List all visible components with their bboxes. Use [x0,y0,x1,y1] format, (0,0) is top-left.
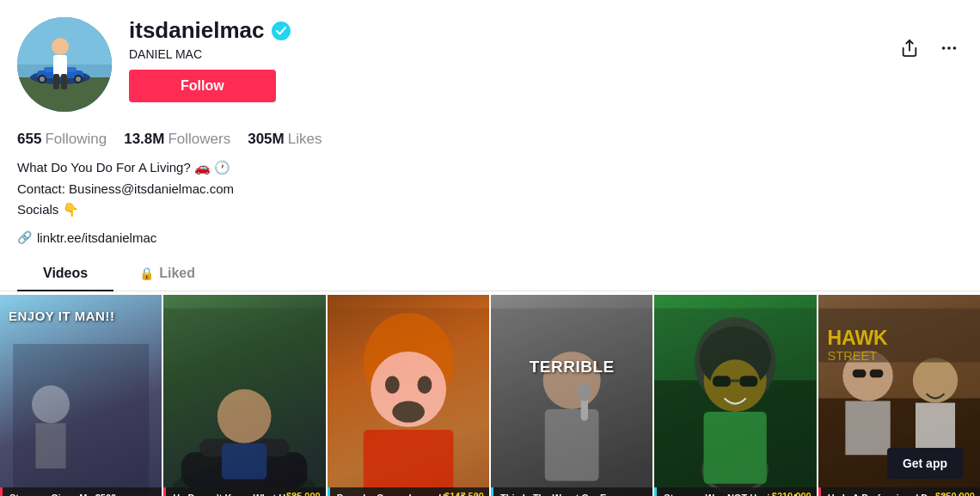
svg-rect-11 [53,55,67,77]
profile-link[interactable]: linktr.ee/itsdanielmac [37,230,156,245]
tabs-row: Videos 🔒 Liked [0,257,980,291]
bio-line-3: Socials 👇 [17,200,963,220]
svg-rect-53 [845,401,890,455]
likes-count: 305M [248,131,285,148]
following-stat: 655 Following [17,131,107,148]
svg-rect-26 [222,443,266,479]
bio-line-1: What Do You Do For A Living? 🚗 🕐 [17,158,963,178]
link-icon: 🔗 [17,230,32,244]
video-card-1[interactable]: ENJOY IT MAN!! Stranger Gives Me $500 Co… [0,295,162,497]
followers-stat: 13.8M Followers [124,131,230,148]
videos-grid: ENJOY IT MAN!! Stranger Gives Me $500 Co… [0,291,980,497]
svg-text:STREET: STREET [827,349,877,363]
share-icon[interactable] [896,34,923,62]
stats-row: 655 Following 13.8M Followers 305M Likes [0,120,980,155]
more-options-icon[interactable] [935,34,963,62]
get-app-button[interactable]: Get app [887,448,963,479]
svg-point-31 [385,376,400,394]
tab-videos[interactable]: Videos [17,257,113,291]
svg-rect-46 [713,376,731,387]
price-overlay-6: $250,000 [935,491,975,496]
svg-point-32 [417,376,432,394]
video-card-4[interactable]: TERRIBLE This Is The Worst Car Ever Manu… [491,295,652,497]
svg-point-15 [942,46,946,50]
following-label: Following [45,131,107,148]
svg-point-30 [392,401,425,422]
price-overlay-2: $85,000 [286,491,321,496]
profile-section: itsdanielmac DANIEL MAC Follow [0,0,980,120]
svg-point-38 [578,383,591,401]
svg-rect-13 [61,74,67,89]
svg-rect-18 [13,344,149,495]
svg-rect-51 [818,398,980,496]
svg-rect-12 [53,74,59,89]
svg-rect-48 [731,379,739,382]
video-caption-4: This Is The Worst Car Ever Manufactured [491,487,652,496]
avatar [17,17,112,112]
following-count: 655 [17,131,41,148]
svg-rect-55 [869,369,883,377]
svg-point-7 [40,77,45,82]
svg-point-9 [76,77,81,82]
svg-rect-20 [35,423,65,468]
svg-rect-33 [364,429,454,496]
bio-line-2: Contact: Business@itsdanielmac.com [17,180,963,199]
svg-point-16 [947,46,951,50]
svg-rect-57 [916,402,955,452]
svg-rect-54 [852,369,866,377]
video-card-3[interactable]: Porsche Owner Loses His Mind Over This 😲… [328,295,489,497]
likes-label: Likes [288,131,322,148]
video-card-2[interactable]: He Doesn't Know What He Does For A Livin… [163,295,325,497]
price-overlay-3: $147,500 [444,491,484,496]
svg-text:HAWK: HAWK [827,326,888,348]
video-caption-1: Stranger Gives Me $500 Completely Free [0,487,162,496]
price-overlay-5: $210,000 [772,491,812,496]
svg-point-19 [32,385,70,423]
svg-rect-49 [704,412,767,484]
svg-point-56 [913,358,958,402]
bio-section: What Do You Do For A Living? 🚗 🕐 Contact… [0,155,980,227]
video-overlay-text-1: ENJOY IT MAN!! [9,309,153,324]
username-row: itsdanielmac [129,17,879,44]
display-name: DANIEL MAC [129,47,879,61]
header-actions [896,17,963,62]
follow-button[interactable]: Follow [129,70,276,102]
verified-icon [272,21,291,40]
svg-point-17 [953,46,957,50]
video-overlay-text-4: TERRIBLE [499,358,644,377]
video-card-5[interactable]: Stranger Was NOT Having It At The End $2… [654,295,816,497]
link-row: 🔗 linktr.ee/itsdanielmac [0,227,980,257]
lock-icon: 🔒 [139,266,154,280]
tab-liked[interactable]: 🔒 Liked [113,257,221,291]
likes-stat: 305M Likes [248,131,322,148]
followers-label: Followers [168,131,230,148]
username: itsdanielmac [129,17,265,44]
svg-rect-47 [740,376,758,387]
svg-point-25 [217,389,272,443]
svg-point-10 [52,38,69,55]
profile-info: itsdanielmac DANIEL MAC Follow [129,17,879,102]
followers-count: 13.8M [124,131,164,148]
svg-rect-36 [545,408,599,481]
